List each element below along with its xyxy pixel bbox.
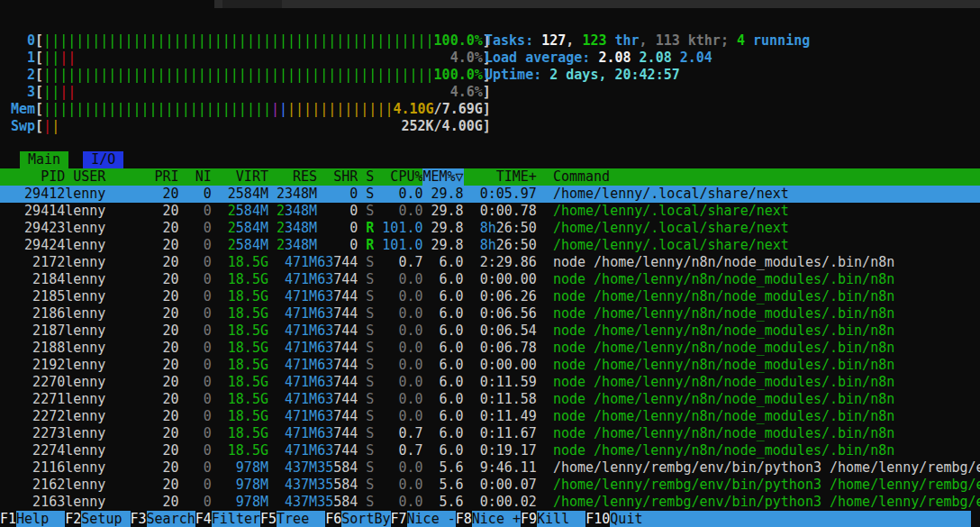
text-run: 0 — [204, 237, 212, 253]
text-run: 18.5G — [228, 271, 268, 287]
fkey-action-kill[interactable]: Kill — [537, 511, 585, 527]
fkey-f4[interactable]: F4 — [195, 511, 212, 527]
process-row[interactable]: 2116lenny200978M437M35584S0.05.69:46.11/… — [0, 459, 980, 477]
column-header-ni[interactable]: NI — [179, 168, 212, 186]
text-run: 29.8 — [431, 237, 464, 253]
cell-cmd: node /home/lenny/n8n/node_modules/.bin/n… — [537, 254, 980, 271]
cell-res: 471M — [268, 425, 317, 442]
cell-virt: 18.5G — [212, 288, 268, 305]
fkey-action-help[interactable]: Help — [16, 511, 65, 527]
fkey-action-quit[interactable]: Quit — [610, 511, 642, 527]
text-run: 127 — [541, 32, 566, 49]
cell-pri: 20 — [147, 203, 179, 220]
fkey-action-filter[interactable]: Filter — [212, 511, 260, 527]
text-run: 744 — [333, 271, 358, 287]
meter-segment-m: | — [271, 101, 279, 117]
process-row[interactable]: 2184lenny20018.5G471M63744S0.06.00:00.00… — [0, 271, 980, 288]
fkey-action-setup[interactable]: Setup — [81, 511, 130, 527]
fkey-action-sortby[interactable]: SortBy — [341, 511, 390, 527]
column-header-pri[interactable]: PRI — [147, 168, 179, 186]
text-run: node /home/lenny/n8n/node_modules/.bin/n… — [553, 340, 894, 356]
process-row[interactable]: 29423lenny2002584M2348M0R101.029.88h26:5… — [0, 220, 980, 237]
fkey-f3[interactable]: F3 — [131, 511, 147, 527]
column-header-user[interactable]: USER — [65, 168, 146, 186]
cell-res: 471M — [268, 340, 317, 357]
process-row[interactable]: 2273lenny20018.5G471M63744S0.76.00:11.67… — [0, 425, 980, 442]
text-run: 20 — [163, 203, 179, 219]
cell-pid: 2116 — [0, 459, 65, 477]
meter-segment-r: || — [59, 50, 76, 66]
fkey-action-nice-[interactable]: Nice - — [407, 511, 456, 527]
cell-cpu: 0.0 — [374, 186, 422, 203]
fkey-f10[interactable]: F10 — [585, 511, 610, 527]
process-row-selected[interactable]: 29412lenny2002584M2348M0S0.029.80:05.97/… — [0, 186, 980, 203]
meter-bar: ||||||||||||||||||||||||||||||||||||||||… — [43, 32, 483, 50]
process-row[interactable]: 2185lenny20018.5G471M63744S0.06.00:06.26… — [0, 288, 980, 305]
cell-ni: 0 — [179, 459, 212, 477]
terminal-tab-edge — [222, 0, 282, 8]
fkey-action-tree[interactable]: Tree — [277, 511, 325, 527]
process-row[interactable]: 2271lenny20018.5G471M63744S0.06.00:11.58… — [0, 391, 980, 408]
text-run: 2184 — [32, 271, 65, 287]
text-run: 978M — [236, 477, 268, 493]
cell-s: S — [358, 323, 374, 340]
cell-virt: 18.5G — [212, 271, 268, 288]
meter-bracket: ] — [483, 101, 491, 117]
column-header-time[interactable]: TIME+ — [464, 168, 537, 186]
cell-cpu: 0.7 — [374, 442, 422, 459]
tab-main[interactable]: Main — [20, 151, 68, 168]
process-row[interactable]: 2186lenny20018.5G471M63744S0.06.00:06.56… — [0, 305, 980, 323]
column-header-cmd[interactable]: Command — [537, 168, 980, 186]
text-run: 0 — [204, 408, 212, 424]
process-row[interactable]: 2162lenny200978M437M35584S0.05.60:00.07/… — [0, 477, 980, 494]
tab-io[interactable]: I/O — [83, 151, 123, 168]
cell-pid: 2273 — [0, 425, 65, 442]
fkey-f5[interactable]: F5 — [260, 511, 277, 527]
fkey-action-nice-[interactable]: Nice + — [472, 511, 521, 527]
meter-fill: || — [43, 118, 59, 135]
text-run: 2172 — [32, 254, 65, 270]
column-header-res[interactable]: RES — [268, 168, 317, 186]
meter-bar: ||||4.6% — [43, 84, 483, 101]
process-row[interactable]: 2172lenny20018.5G471M63744S0.76.02:29.86… — [0, 254, 980, 271]
text-run: lenny — [65, 408, 105, 424]
column-header-s[interactable]: S — [358, 168, 374, 186]
fkey-action-search[interactable]: Search — [147, 511, 195, 527]
process-row[interactable]: 2192lenny20018.5G471M63744S0.06.00:00.00… — [0, 357, 980, 374]
process-row[interactable]: 2270lenny20018.5G471M63744S0.06.00:11.59… — [0, 374, 980, 391]
cell-user: lenny — [65, 357, 146, 374]
column-header-mem[interactable]: MEM%▽ — [422, 168, 463, 186]
text-run: 2186 — [32, 305, 65, 322]
fkey-f1[interactable]: F1 — [0, 511, 16, 527]
process-row[interactable]: 2163lenny200978M437M35584S0.05.60:00.02/… — [0, 494, 980, 511]
text-run: 584M — [236, 237, 268, 253]
cell-s: S — [358, 442, 374, 459]
cell-res: 471M — [268, 374, 317, 391]
text-run: 0:11.58 — [480, 391, 537, 407]
column-header-pid[interactable]: PID — [0, 168, 65, 186]
column-header-virt[interactable]: VIRT — [212, 168, 268, 186]
fkey-f9[interactable]: F9 — [521, 511, 537, 527]
cell-mem: 6.0 — [422, 425, 463, 442]
process-row[interactable]: 29414lenny2002584M2348M0S0.029.80:00.78/… — [0, 203, 980, 220]
text-run: 29424 — [24, 237, 65, 253]
process-row[interactable]: 2187lenny20018.5G471M63744S0.06.00:06.54… — [0, 323, 980, 340]
text-run: 2 — [228, 220, 236, 236]
meter-bar: ||||4.0% — [43, 50, 483, 67]
process-table: PID USERPRINIVIRTRESSHRSCPU%MEM%▽TIME+Co… — [0, 168, 980, 511]
process-row[interactable]: 29424lenny2002584M2348M0R101.029.88h26:5… — [0, 237, 980, 254]
column-header-shr[interactable]: SHR — [317, 168, 358, 186]
fkey-f6[interactable]: F6 — [325, 511, 341, 527]
fkey-f7[interactable]: F7 — [391, 511, 407, 527]
process-row[interactable]: 2188lenny20018.5G471M63744S0.06.00:06.78… — [0, 340, 980, 357]
cell-pri: 20 — [147, 442, 179, 459]
process-row[interactable]: 2272lenny20018.5G471M63744S0.06.00:11.49… — [0, 408, 980, 425]
column-header-cpu[interactable]: CPU% — [374, 168, 422, 186]
fkey-f2[interactable]: F2 — [65, 511, 81, 527]
text-run: 0.7 — [398, 425, 422, 441]
text-run: 18.5G — [228, 323, 268, 339]
text-run: 0:00.78 — [480, 203, 537, 219]
fkey-f8[interactable]: F8 — [456, 511, 472, 527]
fkey-bar-end — [971, 511, 980, 527]
process-row[interactable]: 2274lenny20018.5G471M63744S0.76.00:19.17… — [0, 442, 980, 459]
